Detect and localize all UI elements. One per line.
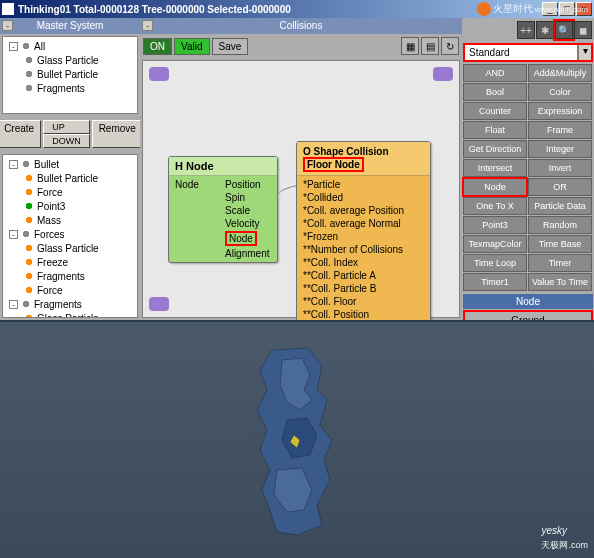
action-button-row: Create UP DOWN Remove: [0, 116, 140, 152]
node-type-button[interactable]: Point3: [463, 216, 527, 234]
add-icon[interactable]: ++: [517, 21, 535, 39]
node-type-button[interactable]: Invert: [528, 159, 592, 177]
node-type-button[interactable]: Node: [463, 178, 527, 196]
node-library-panel: ++ ✱ 🔍 ◼ Standard ▾ ANDAdd&MultiplyBoolC…: [462, 18, 594, 320]
tree-item[interactable]: Glass Particle: [5, 241, 135, 255]
cube-icon[interactable]: ◼: [574, 21, 592, 39]
tool-icon[interactable]: ▤: [421, 37, 439, 55]
node-type-button[interactable]: Time Loop: [463, 254, 527, 272]
h-node[interactable]: H Node Node PositionSpinScaleVelocityNod…: [168, 156, 278, 263]
left-panel: - Master System -All Glass Particle Bull…: [0, 18, 140, 320]
node-canvas[interactable]: H Node Node PositionSpinScaleVelocityNod…: [142, 60, 460, 318]
tree-item[interactable]: Bullet Particle: [5, 171, 135, 185]
up-button[interactable]: UP: [43, 120, 90, 134]
3d-viewport[interactable]: yesky 天极网.com: [0, 320, 594, 558]
node-output[interactable]: **Coll. Floor: [301, 295, 426, 308]
node-type-button[interactable]: Intersect: [463, 159, 527, 177]
node-type-button[interactable]: Timer1: [463, 273, 527, 291]
node-type-button[interactable]: Timer: [528, 254, 592, 272]
node-type-button[interactable]: Integer: [528, 140, 592, 158]
tree-item[interactable]: Force: [5, 185, 135, 199]
node-sub-header: Node: [463, 294, 593, 309]
app-icon: [2, 3, 14, 15]
gear-icon: [20, 298, 32, 310]
node-port[interactable]: Scale: [223, 204, 273, 217]
logo-icon: [477, 2, 491, 16]
master-tree[interactable]: -All Glass Particle Bullet Particle Frag…: [2, 36, 138, 114]
node-type-button[interactable]: Bool: [463, 83, 527, 101]
tree-item[interactable]: Glass Particle: [5, 53, 135, 67]
down-button[interactable]: DOWN: [43, 134, 90, 148]
panel-collapse-button[interactable]: -: [2, 20, 13, 31]
sync-icon[interactable]: ↻: [441, 37, 459, 55]
node-type-button[interactable]: Time Base: [528, 235, 592, 253]
tree-item[interactable]: Fragments: [5, 269, 135, 283]
node-type-button[interactable]: Color: [528, 83, 592, 101]
tree-item[interactable]: Fragments: [5, 81, 135, 95]
output-port[interactable]: [433, 67, 453, 81]
category-dropdown[interactable]: Standard ▾: [464, 44, 592, 61]
input-port[interactable]: [149, 67, 169, 81]
node-output[interactable]: *Coll. average Normal: [301, 217, 426, 230]
search-icon[interactable]: 🔍: [555, 21, 573, 39]
node-type-button[interactable]: Counter: [463, 102, 527, 120]
orange-icon: [23, 172, 35, 184]
floor-node-highlight[interactable]: Floor Node: [303, 157, 364, 172]
tree-item[interactable]: Glass Particle: [5, 311, 135, 318]
node-type-button[interactable]: OR: [528, 178, 592, 196]
tree-item[interactable]: -Forces: [5, 227, 135, 241]
gear-icon[interactable]: ✱: [536, 21, 554, 39]
tree-item[interactable]: Bullet Particle: [5, 67, 135, 81]
node-port[interactable]: Node: [223, 230, 273, 247]
node-type-button[interactable]: Get Direction: [463, 140, 527, 158]
node-port[interactable]: Velocity: [223, 217, 273, 230]
node-type-button[interactable]: Expression: [528, 102, 592, 120]
dynamics-tree[interactable]: -BulletBullet ParticleForcePoint3Mass-Fo…: [2, 154, 138, 318]
node-output[interactable]: **Coll. Particle B: [301, 282, 426, 295]
tree-item[interactable]: Force: [5, 283, 135, 297]
node-output[interactable]: *Frozen: [301, 230, 426, 243]
node-type-button[interactable]: Value To Time: [528, 273, 592, 291]
on-button[interactable]: ON: [143, 38, 172, 55]
dropdown-value: Standard: [464, 44, 578, 61]
create-button[interactable]: Create: [0, 120, 41, 148]
orange-icon: [23, 242, 35, 254]
node-output[interactable]: **Number of Collisions: [301, 243, 426, 256]
node-output[interactable]: *Particle: [301, 178, 426, 191]
node-port[interactable]: Node: [173, 178, 223, 191]
tree-item[interactable]: -Bullet: [5, 157, 135, 171]
remove-button[interactable]: Remove: [92, 120, 143, 148]
gear-icon: [23, 68, 35, 80]
collisions-header: - Collisions: [140, 18, 462, 34]
node-type-button[interactable]: AND: [463, 64, 527, 82]
node-output[interactable]: *Collided: [301, 191, 426, 204]
tree-item[interactable]: Point3: [5, 199, 135, 213]
node-port[interactable]: Alignment: [223, 247, 273, 260]
tree-item-all[interactable]: -All: [5, 39, 135, 53]
chevron-down-icon[interactable]: ▾: [578, 44, 592, 61]
tree-item[interactable]: -Fragments: [5, 297, 135, 311]
node-type-button[interactable]: Frame: [528, 121, 592, 139]
node-port[interactable]: Position: [223, 178, 273, 191]
node-type-button[interactable]: Float: [463, 121, 527, 139]
tree-item[interactable]: Freeze: [5, 255, 135, 269]
save-button[interactable]: Save: [212, 38, 249, 55]
node-type-grid: ANDAdd&MultiplyBoolColorCounterExpressio…: [462, 63, 594, 292]
editor-toolbar: ON Valid Save ▦ ▤ ↻: [140, 34, 462, 58]
tree-item[interactable]: Mass: [5, 213, 135, 227]
input-port[interactable]: [149, 297, 169, 311]
node-type-button[interactable]: One To X: [463, 197, 527, 215]
tool-icon[interactable]: ▦: [401, 37, 419, 55]
node-type-button[interactable]: Random: [528, 216, 592, 234]
node-type-button[interactable]: Particle Data: [528, 197, 592, 215]
node-output[interactable]: *Coll. average Position: [301, 204, 426, 217]
node-output[interactable]: **Coll. Particle A: [301, 269, 426, 282]
panel-collapse-button[interactable]: -: [142, 20, 153, 31]
valid-button[interactable]: Valid: [174, 38, 210, 55]
fractured-mesh: [232, 340, 362, 540]
node-port[interactable]: Spin: [223, 191, 273, 204]
node-type-button[interactable]: TexmapColor: [463, 235, 527, 253]
orange-icon: [23, 186, 35, 198]
node-type-button[interactable]: Add&Multiply: [528, 64, 592, 82]
node-output[interactable]: **Coll. Index: [301, 256, 426, 269]
